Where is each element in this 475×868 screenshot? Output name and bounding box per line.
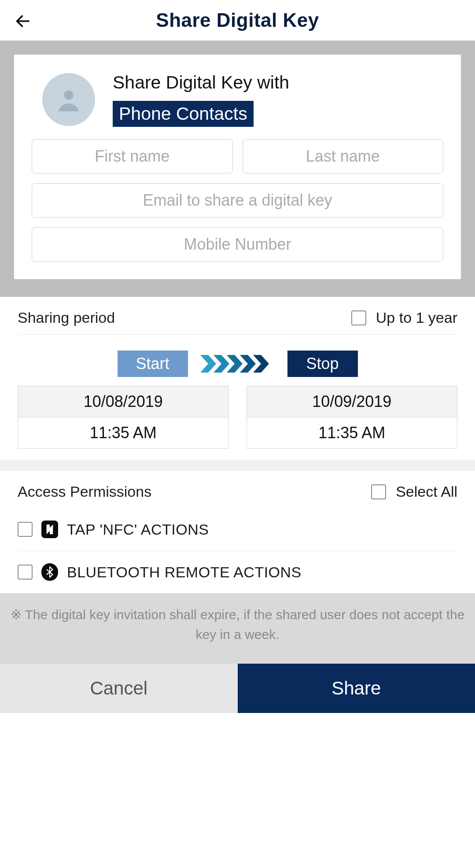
footer: Cancel Share (0, 664, 475, 713)
permissions-header: Access Permissions Select All (18, 479, 457, 508)
stop-datetime-column: 10/09/2019 11:35 AM (247, 386, 458, 449)
contact-card: Share Digital Key with Phone Contacts (14, 55, 461, 279)
phone-contacts-button[interactable]: Phone Contacts (113, 101, 254, 127)
person-icon (51, 82, 86, 117)
sharing-period-title: Sharing period (18, 309, 115, 326)
bluetooth-label: BLUETOOTH REMOTE ACTIONS (67, 564, 302, 581)
permissions-title: Access Permissions (18, 483, 151, 500)
start-time-picker[interactable]: 11:35 AM (18, 417, 228, 448)
period-body: Start Stop 10/08/2019 11:35 AM 10/09/201… (18, 335, 457, 460)
datetime-row: 10/08/2019 11:35 AM 10/09/2019 11:35 AM (18, 386, 457, 449)
sharing-period-section: Sharing period Up to 1 year Start Stop 1… (0, 297, 475, 460)
up-to-1-year-toggle[interactable]: Up to 1 year (351, 309, 457, 326)
avatar (42, 73, 95, 126)
select-all-checkbox[interactable] (371, 484, 386, 499)
select-all-toggle[interactable]: Select All (371, 483, 457, 500)
stop-button[interactable]: Stop (287, 351, 358, 377)
section-divider (0, 460, 475, 471)
card-top-row: Share Digital Key with Phone Contacts (32, 72, 443, 127)
back-button[interactable] (12, 11, 33, 32)
back-arrow-icon (14, 12, 32, 30)
share-button[interactable]: Share (238, 664, 475, 713)
start-date-picker[interactable]: 10/08/2019 (18, 386, 228, 417)
first-name-field[interactable] (32, 139, 233, 174)
permission-item-nfc[interactable]: TAP 'NFC' ACTIONS (18, 508, 457, 551)
heading-block: Share Digital Key with Phone Contacts (113, 72, 289, 127)
start-stop-row: Start Stop (18, 351, 457, 377)
mobile-field[interactable] (32, 227, 443, 262)
expiry-note: ※ The digital key invitation shall expir… (0, 593, 475, 664)
permission-item-bluetooth[interactable]: BLUETOOTH REMOTE ACTIONS (18, 551, 457, 593)
stop-time-picker[interactable]: 11:35 AM (247, 417, 457, 448)
up-to-1-year-label: Up to 1 year (376, 309, 457, 326)
expiry-note-text: ※ The digital key invitation shall expir… (11, 607, 465, 642)
share-with-heading: Share Digital Key with (113, 72, 289, 93)
select-all-label: Select All (396, 483, 457, 500)
svg-marker-2 (200, 355, 216, 373)
svg-point-1 (64, 90, 73, 100)
permissions-section: Access Permissions Select All TAP 'NFC' … (0, 471, 475, 593)
last-name-field[interactable] (243, 139, 444, 174)
nfc-checkbox[interactable] (18, 522, 33, 537)
name-row (32, 139, 443, 174)
contact-section-wrapper: Share Digital Key with Phone Contacts (0, 41, 475, 297)
app-header: Share Digital Key (0, 0, 475, 41)
cancel-button[interactable]: Cancel (0, 664, 238, 713)
start-button[interactable]: Start (118, 351, 188, 377)
bluetooth-icon (41, 563, 58, 581)
sharing-period-header: Sharing period Up to 1 year (18, 305, 457, 335)
nfc-icon (41, 521, 58, 538)
nfc-label: TAP 'NFC' ACTIONS (67, 521, 209, 538)
chevron-arrow-icon (200, 355, 275, 373)
page-title: Share Digital Key (156, 9, 319, 31)
bluetooth-checkbox[interactable] (18, 565, 33, 580)
email-field[interactable] (32, 183, 443, 218)
up-to-1-year-checkbox[interactable] (351, 310, 366, 325)
permissions-list: TAP 'NFC' ACTIONS BLUETOOTH REMOTE ACTIO… (18, 508, 457, 593)
stop-date-picker[interactable]: 10/09/2019 (247, 386, 457, 417)
start-datetime-column: 10/08/2019 11:35 AM (18, 386, 229, 449)
